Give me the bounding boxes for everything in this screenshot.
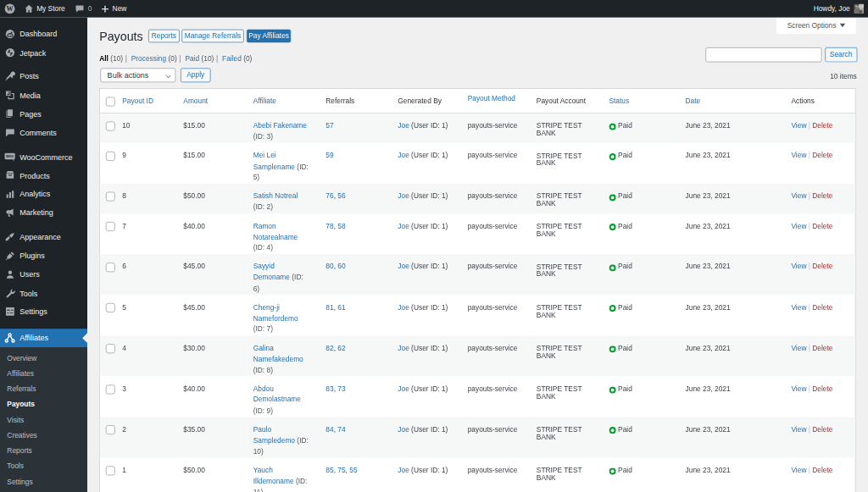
- svg-text:woo: woo: [5, 154, 14, 158]
- svg-text:W: W: [7, 5, 14, 13]
